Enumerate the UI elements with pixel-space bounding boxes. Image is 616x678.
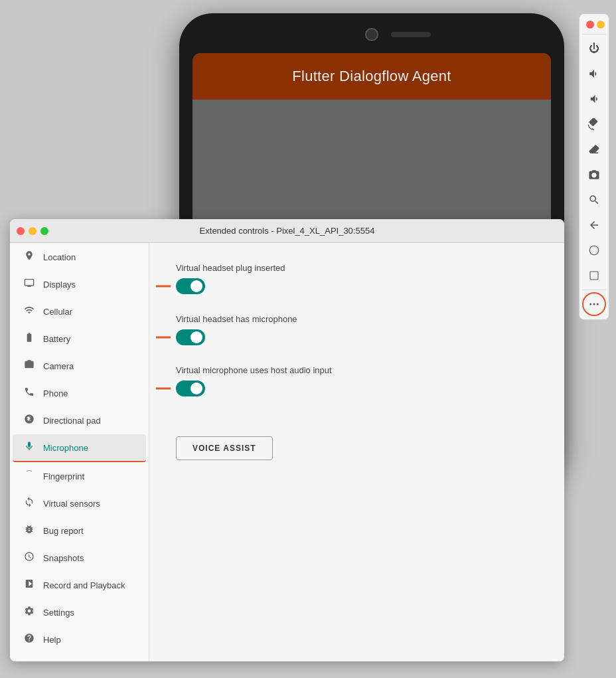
sidebar-label-location: Location (43, 252, 76, 262)
toolbar-divider-2 (582, 290, 605, 290)
host-audio-label: Virtual microphone uses host audio input (176, 365, 538, 375)
zoom-icon (588, 194, 600, 206)
record-playback-icon (23, 578, 35, 592)
microphone-icon (23, 441, 35, 454)
power-icon-btn[interactable]: ⏻ (582, 37, 606, 60)
ec-body: Location Displays Cellular Battery (10, 243, 564, 661)
svg-rect-1 (590, 272, 598, 280)
headset-mic-control: Virtual headset has microphone (176, 314, 538, 345)
help-icon (23, 633, 35, 646)
right-toolbar: ⏻ (579, 13, 609, 320)
toolbar-divider-1 (582, 34, 605, 35)
headset-plug-label: Virtual headset plug inserted (176, 263, 538, 273)
host-audio-track (176, 381, 205, 396)
sidebar-item-snapshots[interactable]: Snapshots (13, 545, 146, 571)
volume-down-icon-btn[interactable] (582, 87, 606, 111)
ec-close-btn[interactable] (17, 227, 25, 235)
sidebar-label-record-playback: Record and Playback (43, 580, 125, 590)
sidebar-label-bug-report: Bug report (43, 526, 84, 536)
voice-assist-button[interactable]: VOICE ASSIST (176, 436, 273, 460)
rotate-icon (588, 118, 600, 130)
ec-main-content: Virtual headset plug inserted Virtual he… (149, 243, 564, 661)
location-icon (23, 250, 35, 264)
sidebar-label-displays: Displays (43, 280, 76, 290)
sidebar-item-bug-report[interactable]: Bug report (13, 517, 146, 544)
headset-plug-toggle-container (176, 278, 538, 294)
headset-mic-track (176, 329, 205, 345)
headset-plug-toggle[interactable] (176, 278, 205, 294)
ec-maximize-btn[interactable] (40, 227, 48, 235)
sidebar-item-settings[interactable]: Settings (13, 599, 146, 626)
screenshot-icon (588, 169, 600, 181)
rotate-icon-btn[interactable] (582, 112, 606, 136)
bug-report-icon (23, 524, 35, 537)
voice-assist-container: VOICE ASSIST (176, 416, 538, 460)
recents-icon (588, 270, 600, 282)
phone-icon (23, 386, 35, 400)
virtual-sensors-icon (23, 497, 35, 510)
zoom-icon-btn[interactable] (582, 188, 606, 212)
sidebar-item-virtual-sensors[interactable]: Virtual sensors (13, 490, 146, 517)
sidebar-item-camera[interactable]: Camera (13, 353, 146, 379)
screenshot-icon-btn[interactable] (582, 163, 606, 187)
sidebar-item-cellular[interactable]: Cellular (13, 298, 146, 325)
home-icon (588, 244, 600, 256)
host-audio-control: Virtual microphone uses host audio input (176, 365, 538, 396)
eraser-icon-btn[interactable] (582, 137, 606, 161)
sidebar-item-displays[interactable]: Displays (13, 271, 146, 297)
volume-up-icon (588, 68, 600, 80)
snapshots-icon (23, 551, 35, 564)
eraser-icon (588, 143, 600, 155)
svg-point-3 (593, 303, 595, 305)
battery-icon (23, 332, 35, 345)
volume-up-icon-btn[interactable] (582, 62, 606, 86)
sidebar-item-help[interactable]: Help (13, 626, 146, 653)
ec-titlebar: Extended controls - Pixel_4_XL_API_30:55… (10, 219, 564, 243)
host-audio-toggle-container (176, 381, 538, 396)
sidebar-label-help: Help (43, 635, 61, 645)
sidebar-label-directional-pad: Directional pad (43, 416, 101, 426)
home-icon-btn[interactable] (582, 238, 606, 262)
cellular-icon (23, 305, 35, 318)
sidebar-label-microphone: Microphone (43, 443, 88, 453)
directional-pad-icon (23, 414, 35, 427)
toolbar-close-btn[interactable] (586, 21, 594, 29)
ec-title: Extended controls - Pixel_4_XL_API_30:55… (200, 226, 375, 236)
ec-sidebar: Location Displays Cellular Battery (10, 243, 149, 661)
extended-controls-window: Extended controls - Pixel_4_XL_API_30:55… (10, 219, 564, 661)
svg-point-4 (597, 303, 599, 305)
ec-minimize-btn[interactable] (29, 227, 37, 235)
toolbar-window-controls (583, 17, 609, 33)
camera-icon (23, 359, 35, 373)
volume-down-icon (588, 93, 600, 105)
more-options-btn[interactable] (582, 292, 606, 316)
headset-plug-track (176, 278, 205, 294)
titlebar-controls (17, 227, 48, 235)
sidebar-label-fingerprint: Fingerprint (43, 471, 84, 481)
settings-icon (23, 606, 35, 619)
headset-mic-label: Virtual headset has microphone (176, 314, 538, 324)
phone-app-bar: Flutter Dialogflow Agent (193, 53, 551, 100)
headset-mic-toggle[interactable] (176, 329, 205, 345)
headset-mic-toggle-container (176, 329, 538, 345)
recents-icon-btn[interactable] (582, 264, 606, 288)
host-audio-toggle[interactable] (176, 381, 205, 396)
headset-plug-control: Virtual headset plug inserted (176, 263, 538, 294)
back-icon-btn[interactable] (582, 213, 606, 237)
sidebar-item-location[interactable]: Location (13, 244, 146, 270)
annotation-dash-3 (156, 388, 171, 390)
phone-speaker (391, 32, 431, 37)
svg-point-0 (589, 246, 599, 255)
sidebar-label-camera: Camera (43, 361, 74, 371)
toolbar-minimize-btn[interactable] (597, 21, 605, 29)
sidebar-label-cellular: Cellular (43, 307, 72, 317)
sidebar-item-record-playback[interactable]: Record and Playback (13, 572, 146, 598)
fingerprint-icon (23, 469, 35, 483)
sidebar-item-fingerprint[interactable]: Fingerprint (13, 463, 146, 489)
svg-point-2 (589, 303, 591, 305)
sidebar-item-phone[interactable]: Phone (13, 380, 146, 406)
sidebar-item-microphone[interactable]: Microphone (13, 434, 146, 462)
sidebar-item-directional-pad[interactable]: Directional pad (13, 407, 146, 434)
sidebar-item-battery[interactable]: Battery (13, 325, 146, 352)
annotation-dash-1 (156, 286, 171, 288)
